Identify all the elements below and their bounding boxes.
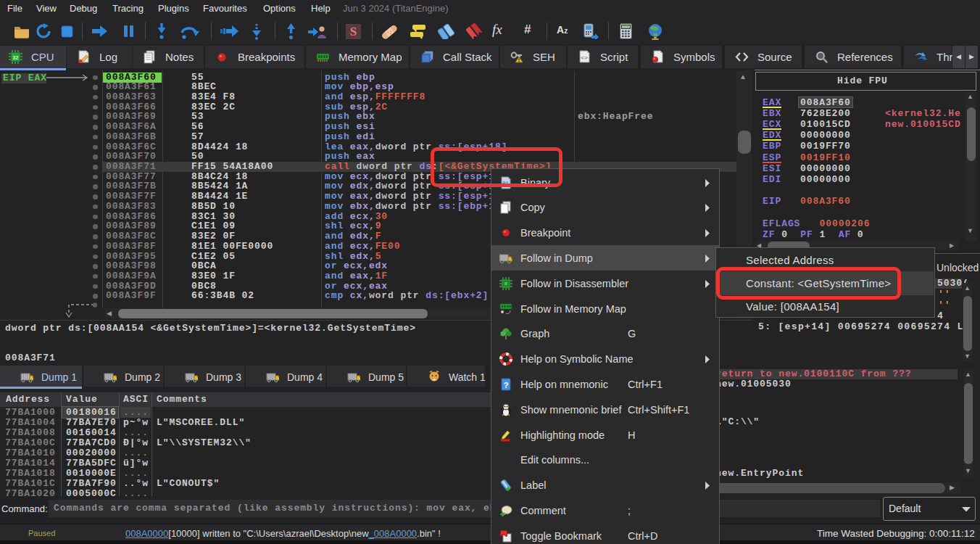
svg-text:32: 32 [13, 55, 19, 60]
svg-text:<>: <> [581, 54, 588, 61]
svg-text:?: ? [504, 380, 509, 389]
